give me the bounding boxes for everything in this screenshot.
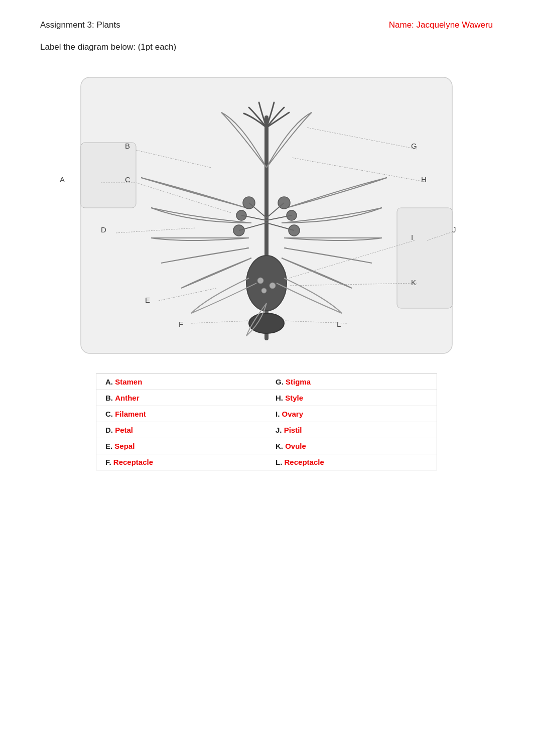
label-L: L xyxy=(337,320,341,328)
flower-svg xyxy=(51,67,482,358)
answer-letter-left: A. xyxy=(105,377,113,386)
svg-point-19 xyxy=(257,278,263,284)
answer-cell-right: H. Style xyxy=(266,390,437,406)
answer-cell-left: A. Stamen xyxy=(96,374,267,390)
answer-letter-left: B. xyxy=(105,394,113,402)
table-row: A. Stamen G. Stigma xyxy=(96,374,437,390)
diagram-instruction: Label the diagram below: (1pt each) xyxy=(40,42,493,52)
flower-diagram: A B C D E F G H I J K L xyxy=(51,67,482,358)
label-F: F xyxy=(179,320,183,328)
answer-cell-right: J. Pistil xyxy=(266,422,437,438)
answer-value-right: Stigma xyxy=(286,377,311,386)
table-row: D. Petal J. Pistil xyxy=(96,422,437,438)
answer-cell-right: K. Ovule xyxy=(266,438,437,454)
student-name-block: Name: Jacquelyne Waweru xyxy=(389,20,493,30)
answer-letter-right: H. xyxy=(276,394,283,402)
label-B: B xyxy=(125,142,130,150)
table-row: B. Anther H. Style xyxy=(96,390,437,406)
answer-table: A. Stamen G. Stigma B. Anther H. Style C… xyxy=(96,373,437,470)
label-K: K xyxy=(411,278,416,287)
answer-letter-right: I. xyxy=(276,410,280,418)
answer-value-left: Receptacle xyxy=(113,458,153,466)
student-name: Jacquelyne Waweru xyxy=(417,20,493,30)
label-C: C xyxy=(125,175,130,184)
answer-value-right: Ovule xyxy=(285,442,306,450)
svg-point-4 xyxy=(249,313,284,333)
assignment-title: Assignment 3: Plants xyxy=(40,20,120,30)
answer-value-right: Pistil xyxy=(284,426,302,434)
svg-point-21 xyxy=(261,288,266,293)
label-D: D xyxy=(101,225,106,234)
answer-letter-left: E. xyxy=(105,442,112,450)
answer-letter-left: D. xyxy=(105,426,113,434)
table-row: E. Sepal K. Ovule xyxy=(96,438,437,454)
answer-letter-right: J. xyxy=(276,426,282,434)
label-I: I xyxy=(411,233,413,241)
answer-cell-left: F. Receptacle xyxy=(96,454,267,470)
answer-value-left: Sepal xyxy=(114,442,135,450)
label-J: J xyxy=(452,225,456,234)
svg-rect-2 xyxy=(397,208,452,308)
label-A: A xyxy=(60,175,65,184)
answer-value-left: Petal xyxy=(115,426,133,434)
answer-cell-right: G. Stigma xyxy=(266,374,437,390)
header: Assignment 3: Plants Name: Jacquelyne Wa… xyxy=(40,20,493,30)
answer-letter-right: L. xyxy=(276,458,282,466)
answer-value-right: Ovary xyxy=(282,410,304,418)
answer-cell-right: I. Ovary xyxy=(266,406,437,422)
answer-cell-left: E. Sepal xyxy=(96,438,267,454)
answer-letter-right: K. xyxy=(276,442,283,450)
answer-cell-right: L. Receptacle xyxy=(266,454,437,470)
answer-value-right: Style xyxy=(285,394,303,402)
answer-letter-left: C. xyxy=(105,410,113,418)
name-label: Name: xyxy=(389,20,414,30)
answer-cell-left: D. Petal xyxy=(96,422,267,438)
table-row: C. Filament I. Ovary xyxy=(96,406,437,422)
answer-value-left: Filament xyxy=(115,410,146,418)
label-G: G xyxy=(411,142,417,150)
answer-value-left: Anther xyxy=(115,394,139,402)
answer-value-right: Receptacle xyxy=(285,458,324,466)
svg-point-20 xyxy=(270,283,276,289)
label-H: H xyxy=(421,175,427,184)
answer-letter-right: G. xyxy=(276,377,284,386)
answer-value-left: Stamen xyxy=(115,377,142,386)
answer-cell-left: C. Filament xyxy=(96,406,267,422)
table-row: F. Receptacle L. Receptacle xyxy=(96,454,437,470)
svg-point-5 xyxy=(246,256,287,311)
label-E: E xyxy=(145,296,150,304)
answer-letter-left: F. xyxy=(105,458,111,466)
answer-cell-left: B. Anther xyxy=(96,390,267,406)
